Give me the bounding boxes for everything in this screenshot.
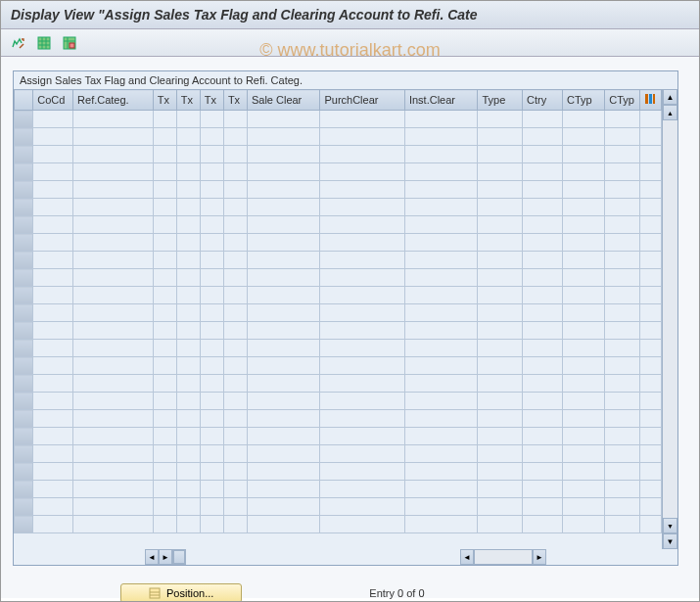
table-row[interactable]: [15, 516, 662, 533]
cell[interactable]: [404, 428, 478, 445]
cell[interactable]: [640, 445, 662, 463]
cell[interactable]: [523, 428, 563, 445]
cell[interactable]: [200, 111, 223, 128]
col-type[interactable]: Type: [478, 90, 523, 111]
cell[interactable]: [73, 163, 154, 181]
cell[interactable]: [605, 428, 640, 445]
cell[interactable]: [200, 146, 223, 163]
cell[interactable]: [320, 199, 405, 216]
cell[interactable]: [320, 445, 405, 463]
cell[interactable]: [223, 269, 247, 287]
cell[interactable]: [153, 322, 176, 340]
row-selector[interactable]: [15, 234, 33, 252]
col-tx4[interactable]: Tx: [223, 90, 247, 111]
cell[interactable]: [523, 410, 563, 428]
cell[interactable]: [640, 252, 662, 269]
cell[interactable]: [523, 463, 563, 481]
scrollbar-track[interactable]: [663, 120, 677, 518]
cell[interactable]: [176, 375, 200, 393]
row-selector[interactable]: [15, 410, 33, 428]
cell[interactable]: [247, 393, 320, 410]
cell[interactable]: [200, 410, 223, 428]
row-selector[interactable]: [15, 216, 33, 234]
cell[interactable]: [153, 181, 176, 199]
cell[interactable]: [200, 393, 223, 410]
cell[interactable]: [478, 287, 523, 304]
scroll-thumb-left[interactable]: [172, 549, 186, 565]
cell[interactable]: [33, 234, 73, 252]
cell[interactable]: [562, 181, 604, 199]
cell[interactable]: [404, 146, 478, 163]
cell[interactable]: [523, 199, 563, 216]
cell[interactable]: [640, 128, 662, 146]
cell[interactable]: [176, 481, 200, 498]
cell[interactable]: [33, 393, 73, 410]
cell[interactable]: [153, 163, 176, 181]
cell[interactable]: [605, 146, 640, 163]
cell[interactable]: [562, 410, 604, 428]
cell[interactable]: [562, 340, 604, 357]
cell[interactable]: [478, 269, 523, 287]
cell[interactable]: [640, 146, 662, 163]
cell[interactable]: [33, 357, 73, 375]
cell[interactable]: [153, 516, 176, 533]
cell[interactable]: [176, 428, 200, 445]
cell[interactable]: [605, 516, 640, 533]
cell[interactable]: [153, 357, 176, 375]
row-selector[interactable]: [15, 269, 33, 287]
table-row[interactable]: [15, 498, 662, 516]
table-row[interactable]: [15, 181, 662, 199]
table-row[interactable]: [15, 428, 662, 445]
cell[interactable]: [562, 322, 604, 340]
cell[interactable]: [33, 216, 73, 234]
scroll-up-page-icon[interactable]: ▲: [663, 105, 677, 120]
cell[interactable]: [223, 287, 247, 304]
cell[interactable]: [247, 498, 320, 516]
cell[interactable]: [223, 498, 247, 516]
cell[interactable]: [404, 393, 478, 410]
table-row[interactable]: [15, 393, 662, 410]
cell[interactable]: [200, 128, 223, 146]
table-row[interactable]: [15, 322, 662, 340]
cell[interactable]: [523, 304, 563, 322]
cell[interactable]: [223, 428, 247, 445]
col-tx2[interactable]: Tx: [176, 90, 200, 111]
cell[interactable]: [247, 252, 320, 269]
cell[interactable]: [404, 463, 478, 481]
cell[interactable]: [404, 445, 478, 463]
cell[interactable]: [605, 234, 640, 252]
cell[interactable]: [73, 304, 154, 322]
cell[interactable]: [523, 481, 563, 498]
cell[interactable]: [176, 181, 200, 199]
col-tx3[interactable]: Tx: [200, 90, 223, 111]
cell[interactable]: [320, 463, 405, 481]
cell[interactable]: [33, 410, 73, 428]
table-row[interactable]: [15, 287, 662, 304]
cell[interactable]: [478, 410, 523, 428]
table-row[interactable]: [15, 199, 662, 216]
cell[interactable]: [33, 322, 73, 340]
cell[interactable]: [73, 252, 154, 269]
cell[interactable]: [176, 393, 200, 410]
col-cocd[interactable]: CoCd: [33, 90, 73, 111]
cell[interactable]: [640, 428, 662, 445]
row-selector[interactable]: [15, 287, 33, 304]
cell[interactable]: [404, 481, 478, 498]
cell[interactable]: [247, 463, 320, 481]
cell[interactable]: [320, 287, 405, 304]
table-row[interactable]: [15, 481, 662, 498]
cell[interactable]: [176, 463, 200, 481]
row-selector[interactable]: [15, 146, 33, 163]
cell[interactable]: [404, 163, 478, 181]
cell[interactable]: [200, 269, 223, 287]
cell[interactable]: [176, 445, 200, 463]
cell[interactable]: [404, 216, 478, 234]
cell[interactable]: [640, 375, 662, 393]
cell[interactable]: [176, 304, 200, 322]
cell[interactable]: [478, 216, 523, 234]
cell[interactable]: [153, 428, 176, 445]
scroll-down-icon[interactable]: ▼: [663, 533, 677, 549]
cell[interactable]: [223, 111, 247, 128]
col-ctyp2[interactable]: CTyp: [605, 90, 640, 111]
row-selector[interactable]: [15, 357, 33, 375]
